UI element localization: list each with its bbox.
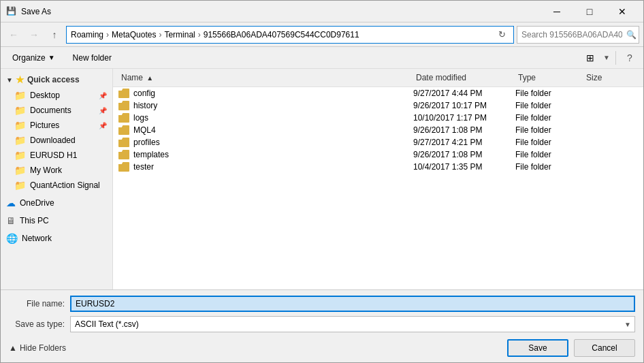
downloaded-label: Downloaded [30, 136, 76, 145]
file-type: File folder [515, 113, 583, 123]
sidebar-item-mywork[interactable]: 📁 My Work [1, 163, 112, 178]
maximize-button[interactable]: □ [574, 1, 605, 22]
forward-button[interactable]: → [25, 26, 43, 44]
organize-chevron-icon: ▼ [48, 54, 55, 61]
sidebar-item-eurusd[interactable]: 📁 EURUSD H1 [1, 148, 112, 163]
search-input[interactable] [517, 26, 639, 44]
file-name: history [133, 101, 157, 110]
table-row[interactable]: tester 10/4/2017 1:35 PM File folder [113, 161, 643, 173]
col-size[interactable]: Size [583, 72, 638, 84]
table-row[interactable]: config 9/27/2017 4:44 PM File folder [113, 87, 643, 99]
file-type: File folder [515, 125, 583, 135]
col-date[interactable]: Date modified [413, 72, 515, 84]
folder-icon [118, 150, 129, 159]
folder-icon [118, 138, 129, 147]
file-type: File folder [515, 162, 583, 172]
address-bar[interactable]: Roaming › MetaQuotes › Terminal › 915566… [66, 26, 514, 44]
sidebar-item-documents[interactable]: 📁 Documents 📌 [1, 103, 112, 118]
file-name: templates [133, 150, 169, 159]
folder-icon [118, 89, 129, 98]
sidebar-item-downloaded[interactable]: 📁 Downloaded [1, 133, 112, 148]
search-icon-button[interactable]: 🔍 [626, 30, 637, 40]
toolbar-right: ⊞ ▼ ? [580, 50, 638, 66]
quick-access-header[interactable]: ▼ ★ Quick access [1, 72, 112, 88]
savetype-row: Save as type: ASCII Text (*.csv) ▼ [9, 316, 635, 332]
quick-access-section: ▼ ★ Quick access 📁 Desktop 📌 📁 Documents… [1, 72, 112, 193]
title-bar: 💾 Save As ─ □ ✕ [1, 1, 643, 22]
file-list-header: Name ▲ Date modified Type Size [113, 69, 643, 87]
filename-input[interactable] [70, 296, 635, 312]
desktop-folder-icon: 📁 [14, 90, 26, 101]
sort-icon: ▲ [146, 74, 153, 82]
sidebar-item-quantaction[interactable]: 📁 QuantAction Signal [1, 178, 112, 193]
file-name-cell: logs [118, 113, 413, 123]
table-row[interactable]: MQL4 9/26/2017 1:08 PM File folder [113, 124, 643, 136]
documents-pin-icon: 📌 [99, 107, 107, 114]
save-button[interactable]: Save [507, 339, 568, 357]
folder-icon [118, 162, 129, 172]
network-label: Network [22, 234, 52, 243]
sidebar-item-onedrive[interactable]: ☁ OneDrive [1, 195, 112, 210]
back-button[interactable]: ← [5, 26, 22, 44]
view-chevron-icon: ▼ [603, 54, 610, 61]
help-button[interactable]: ? [622, 50, 638, 66]
folder-icon [118, 101, 129, 110]
thispc-icon: 🖥 [6, 215, 16, 226]
up-button[interactable]: ↑ [46, 26, 63, 44]
file-date: 10/10/2017 1:17 PM [413, 113, 515, 123]
sidebar-item-pictures[interactable]: 📁 Pictures 📌 [1, 118, 112, 133]
documents-folder-icon: 📁 [14, 105, 26, 116]
sidebar-item-desktop[interactable]: 📁 Desktop 📌 [1, 88, 112, 103]
onedrive-icon: ☁ [6, 198, 16, 208]
savetype-select-wrapper: ASCII Text (*.csv) ▼ [70, 316, 635, 332]
file-name-cell: config [118, 89, 413, 98]
pictures-label: Pictures [30, 121, 59, 130]
cancel-button[interactable]: Cancel [574, 339, 635, 357]
refresh-button[interactable]: ↻ [494, 27, 509, 42]
folder-icon [118, 113, 129, 123]
pictures-folder-icon: 📁 [14, 120, 26, 131]
file-list: Name ▲ Date modified Type Size config 9/… [113, 69, 643, 289]
file-type: File folder [515, 150, 583, 159]
file-type: File folder [515, 101, 583, 110]
sidebar-item-network[interactable]: 🌐 Network [1, 231, 112, 246]
hide-folders-button[interactable]: ▲ Hide Folders [9, 339, 71, 357]
file-date: 9/26/2017 1:08 PM [413, 150, 515, 159]
view-button[interactable]: ⊞ [580, 50, 600, 66]
table-row[interactable]: profiles 9/27/2017 4:21 PM File folder [113, 136, 643, 148]
thispc-label: This PC [20, 216, 49, 225]
minimize-button[interactable]: ─ [541, 1, 573, 22]
quick-access-chevron-icon: ▼ [6, 76, 13, 84]
onedrive-label: OneDrive [20, 198, 54, 208]
address-bar-row: ← → ↑ Roaming › MetaQuotes › Terminal › … [1, 22, 643, 47]
path-terminal: Terminal [164, 30, 195, 40]
savetype-label: Save as type: [9, 319, 70, 329]
table-row[interactable]: templates 9/26/2017 1:08 PM File folder [113, 148, 643, 161]
action-row: ▲ Hide Folders Save Cancel [9, 336, 635, 357]
table-row[interactable]: history 9/26/2017 10:17 PM File folder [113, 99, 643, 112]
file-name-cell: history [118, 101, 413, 110]
path-metaquotes: MetaQuotes [112, 30, 156, 40]
new-folder-button[interactable]: New folder [67, 50, 118, 66]
mywork-label: My Work [30, 165, 62, 175]
savetype-select[interactable]: ASCII Text (*.csv) [70, 316, 635, 332]
sidebar-item-thispc[interactable]: 🖥 This PC [1, 213, 112, 228]
bottom-area: File name: Save as type: ASCII Text (*.c… [1, 289, 643, 362]
save-as-window: 💾 Save As ─ □ ✕ ← → ↑ Roaming › MetaQuot… [0, 0, 644, 363]
eurusd-label: EURUSD H1 [30, 151, 77, 160]
file-rows-container: config 9/27/2017 4:44 PM File folder his… [113, 87, 643, 173]
file-name-cell: templates [118, 150, 413, 159]
new-folder-label: New folder [73, 53, 112, 63]
col-name[interactable]: Name ▲ [118, 72, 413, 84]
toolbar-separator [615, 51, 616, 65]
desktop-label: Desktop [30, 91, 60, 100]
col-type[interactable]: Type [515, 72, 583, 84]
search-wrapper: 🔍 [517, 26, 639, 44]
table-row[interactable]: logs 10/10/2017 1:17 PM File folder [113, 112, 643, 124]
hide-folders-chevron-icon: ▲ [9, 343, 17, 353]
close-button[interactable]: ✕ [607, 1, 638, 22]
window-title: Save As [21, 7, 541, 16]
file-date: 9/27/2017 4:21 PM [413, 138, 515, 147]
organize-button[interactable]: Organize ▼ [6, 50, 61, 66]
file-date: 9/26/2017 1:08 PM [413, 125, 515, 135]
